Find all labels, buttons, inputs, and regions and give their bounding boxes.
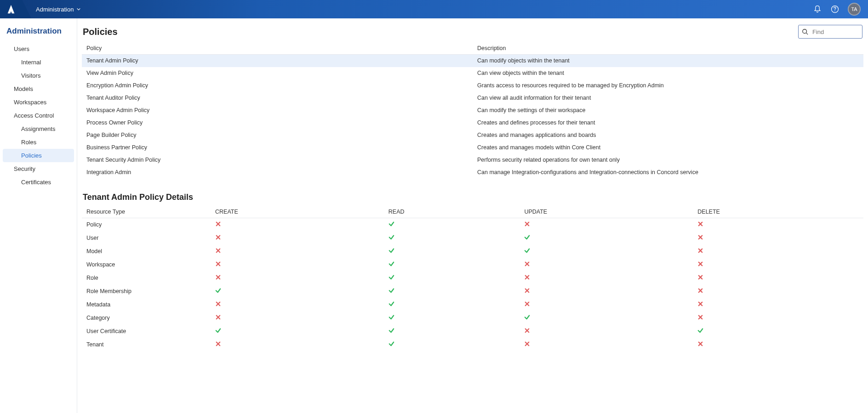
resource-type: User [82, 232, 211, 245]
resource-type: Tenant [82, 338, 211, 351]
cross-icon [697, 314, 703, 320]
check-icon [388, 261, 394, 267]
details-header-row: Resource Type CREATE READ UPDATE DELETE [82, 206, 863, 218]
perm-read [384, 245, 520, 258]
perm-create [211, 298, 384, 311]
check-icon [524, 314, 530, 320]
check-icon [524, 248, 530, 254]
nav-item-roles[interactable]: Roles [3, 136, 74, 149]
check-icon [388, 341, 394, 347]
nav-item-visitors[interactable]: Visitors [3, 69, 74, 82]
cross-icon [524, 221, 530, 227]
cross-icon [697, 274, 703, 280]
policy-description: Can view all audit information for their… [473, 92, 863, 104]
cross-icon [524, 288, 530, 294]
sidebar-title: Administration [0, 27, 77, 42]
policy-row[interactable]: Business Partner PolicyCreates and manag… [82, 141, 863, 154]
details-section: Tenant Admin Policy Details Resource Typ… [82, 192, 863, 351]
perm-delete [693, 311, 863, 325]
perm-create [211, 232, 384, 245]
svg-point-2 [803, 29, 807, 34]
policy-description: Creates and manages applications and boa… [473, 129, 863, 141]
perm-create [211, 218, 384, 232]
perm-update [520, 325, 693, 338]
cross-icon [697, 341, 703, 347]
search-icon [802, 28, 808, 35]
policy-row[interactable]: Workspace Admin PolicyCan modify the set… [82, 104, 863, 117]
resource-type: Role Membership [82, 285, 211, 298]
col-update: UPDATE [520, 206, 693, 218]
app-title-dropdown[interactable]: Administration [36, 6, 81, 13]
details-title: Tenant Admin Policy Details [82, 192, 863, 202]
check-icon [388, 248, 394, 254]
svg-point-1 [834, 11, 835, 11]
check-icon [388, 288, 394, 294]
policy-row[interactable]: Tenant Admin PolicyCan modify objects wi… [82, 55, 863, 67]
cross-icon [697, 221, 703, 227]
policy-name: Business Partner Policy [82, 141, 473, 154]
check-icon [388, 301, 394, 307]
cross-icon [215, 301, 221, 307]
details-row: Workspace [82, 258, 863, 272]
perm-create [211, 325, 384, 338]
perm-read [384, 285, 520, 298]
nav-item-workspaces[interactable]: Workspaces [3, 96, 74, 109]
nav-item-assignments[interactable]: Assignments [3, 122, 74, 136]
svg-line-3 [806, 33, 808, 35]
col-create: CREATE [211, 206, 384, 218]
perm-update [520, 232, 693, 245]
nav-item-users[interactable]: Users [3, 42, 74, 56]
cross-icon [215, 314, 221, 320]
perm-read [384, 338, 520, 351]
topbar: Administration TA [0, 0, 868, 18]
resource-type: Category [82, 311, 211, 325]
cross-icon [215, 341, 221, 347]
check-icon [697, 328, 703, 334]
policies-header-row: Policy Description [82, 42, 863, 55]
nav-list: UsersInternalVisitorsModelsWorkspacesAcc… [0, 42, 77, 189]
nav-item-internal[interactable]: Internal [3, 56, 74, 69]
perm-delete [693, 232, 863, 245]
policy-row[interactable]: Integration AdminCan manage Integration-… [82, 166, 863, 179]
nav-item-policies[interactable]: Policies [3, 149, 74, 162]
notifications-icon[interactable] [813, 5, 822, 14]
perm-create [211, 338, 384, 351]
policy-row[interactable]: Process Owner PolicyCreates and defines … [82, 117, 863, 129]
policy-description: Can modify the settings of their workspa… [473, 104, 863, 117]
resource-type: User Certificate [82, 325, 211, 338]
policy-row[interactable]: Tenant Auditor PolicyCan view all audit … [82, 92, 863, 104]
check-icon [388, 314, 394, 320]
search-wrap [798, 25, 862, 39]
policy-name: Integration Admin [82, 166, 473, 179]
policy-row[interactable]: Encryption Admin PolicyGrants access to … [82, 79, 863, 92]
perm-update [520, 338, 693, 351]
nav-item-certificates[interactable]: Certificates [3, 175, 74, 189]
cross-icon [524, 274, 530, 280]
perm-create [211, 272, 384, 285]
perm-delete [693, 285, 863, 298]
policy-name: Workspace Admin Policy [82, 104, 473, 117]
cross-icon [697, 261, 703, 267]
policy-row[interactable]: Tenant Security Admin PolicyPerforms sec… [82, 154, 863, 166]
check-icon [388, 234, 394, 240]
policy-row[interactable]: Page Builder PolicyCreates and manages a… [82, 129, 863, 141]
col-read: READ [384, 206, 520, 218]
app-logo[interactable] [0, 0, 22, 18]
resource-type: Policy [82, 218, 211, 232]
nav-item-security[interactable]: Security [3, 162, 74, 175]
cross-icon [215, 261, 221, 267]
policy-name: View Admin Policy [82, 67, 473, 79]
user-avatar[interactable]: TA [848, 3, 861, 16]
nav-item-models[interactable]: Models [3, 82, 74, 96]
col-description: Description [473, 42, 863, 55]
policy-description: Creates and defines processes for their … [473, 117, 863, 129]
policy-description: Creates and manages models within Core C… [473, 141, 863, 154]
resource-type: Model [82, 245, 211, 258]
perm-update [520, 272, 693, 285]
nav-item-access-control[interactable]: Access Control [3, 109, 74, 122]
check-icon [388, 274, 394, 280]
perm-delete [693, 245, 863, 258]
policy-row[interactable]: View Admin PolicyCan view objects within… [82, 67, 863, 79]
help-icon[interactable] [830, 5, 839, 14]
details-row: Model [82, 245, 863, 258]
